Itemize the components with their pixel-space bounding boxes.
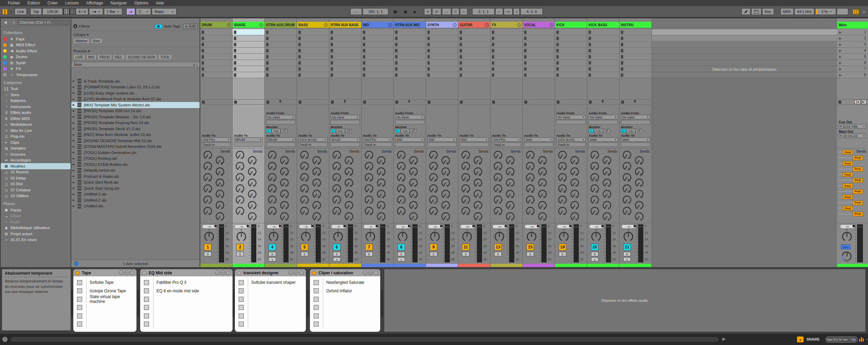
play-arrangement-icon[interactable]: ▶≡	[862, 100, 867, 104]
follow-button[interactable]: →‥	[350, 8, 362, 15]
place-31-01-en-cours[interactable]: ▱31.01 En cours	[1, 237, 71, 243]
clip-slot[interactable]	[491, 60, 522, 66]
arrangement-position-display[interactable]: 150. 1. 1	[363, 8, 388, 15]
scale-mode-icon[interactable]: ♭♯	[126, 8, 135, 15]
send-knob-a[interactable]: A	[299, 150, 310, 160]
computer-midi-keyboard-icon[interactable]	[751, 8, 761, 15]
track-menu-icon[interactable]: ≡	[259, 23, 263, 27]
audio-to-channel-chooser[interactable]: Track In	[492, 142, 521, 147]
clip-slot[interactable]	[555, 54, 587, 60]
plugin-checkbox[interactable]	[77, 288, 82, 293]
track-activator-button[interactable]: 6	[333, 244, 340, 251]
file-row[interactable]: ▶Untitled.als	[71, 203, 200, 209]
track-fx[interactable]: FX≡Audio ToINSTRU▼Track InSendsABCDEFGHI…	[491, 18, 523, 267]
category-tout[interactable]: ║║Tout	[1, 86, 71, 92]
send-knob-l[interactable]: L	[408, 211, 419, 222]
file-row[interactable]: ▶[SOUND DESIGN] Template Mai 22.als	[71, 138, 200, 144]
track-header-fx[interactable]: FX≡	[491, 22, 522, 28]
main-track-header[interactable]: Main	[837, 22, 868, 28]
monitor-auto-button[interactable]: Auto	[401, 129, 409, 133]
track-activator-button[interactable]: 13	[494, 244, 502, 251]
clip-stop-row[interactable]	[329, 99, 361, 105]
expand-icon[interactable]: ▶	[73, 80, 77, 83]
sync-icon[interactable]: ⇄	[368, 271, 373, 275]
output-meter-icon[interactable]: ▼	[859, 337, 868, 342]
send-knob-c[interactable]: C	[557, 161, 568, 171]
clip-slot[interactable]	[329, 72, 361, 78]
send-knob-j[interactable]: J	[634, 200, 644, 210]
monitor-off-button[interactable]: Off	[603, 129, 610, 133]
post-send-toggle[interactable]: Post	[853, 189, 863, 194]
send-knob-a[interactable]: A	[525, 150, 535, 160]
plugin-checkbox[interactable]	[77, 313, 82, 318]
send-knob-a[interactable]: A	[590, 150, 600, 160]
send-knob-b[interactable]: B	[312, 155, 322, 166]
clip-slot[interactable]	[523, 54, 555, 60]
clip-slot[interactable]	[265, 66, 297, 72]
expand-icon[interactable]: ▶	[73, 163, 77, 166]
track-rtrn-aux-bass[interactable]: RTRN AUX BASSAudio FromNo Input▼MonitorI…	[329, 18, 362, 267]
plugin-checkbox[interactable]	[239, 322, 244, 327]
send-knob-f[interactable]: F	[344, 178, 354, 188]
scene-play-icon[interactable]: ▶	[839, 43, 842, 46]
save-preset-icon[interactable]: ▪	[130, 271, 134, 275]
pan-knob[interactable]	[332, 231, 344, 244]
panel-title-bar[interactable]: EQ Mid side▭⇄▪	[140, 269, 233, 276]
audio-from-channel-chooser[interactable]	[589, 120, 618, 124]
hot-swap-icon[interactable]: ▭	[215, 271, 220, 275]
solo-button[interactable]: S	[204, 252, 211, 256]
expand-icon[interactable]: ▶	[73, 145, 77, 148]
send-knob-l[interactable]: L	[602, 211, 612, 222]
post-send-toggle[interactable]: Post	[843, 172, 853, 177]
clip-stop-row[interactable]	[362, 99, 393, 105]
clip-slot[interactable]	[297, 29, 329, 35]
send-knob-h[interactable]: H	[537, 189, 548, 199]
solo-button[interactable]: S	[269, 252, 276, 256]
time-signature-display[interactable]: 4 / 4	[76, 8, 88, 15]
send-knob-h[interactable]: H	[505, 189, 515, 199]
file-row[interactable]: ▶Quick Start Beat.als	[71, 179, 200, 186]
send-knob-d[interactable]: D	[376, 167, 386, 177]
send-knob-f[interactable]: F	[634, 178, 644, 188]
audio-to-chooser[interactable]: KICK BASS▼	[556, 137, 586, 142]
send-knob-g[interactable]: G	[364, 184, 374, 194]
send-knob-l[interactable]: L	[505, 211, 515, 222]
solo-button[interactable]: S	[365, 252, 373, 256]
track-menu-icon[interactable]: ≡	[485, 23, 489, 27]
file-row[interactable]: ▶[FORMATION] Template Labo CL 29-1-2.als	[71, 84, 200, 90]
device-chain-toggle-icon[interactable]: ▲	[797, 337, 804, 342]
send-knob-j[interactable]: J	[279, 200, 290, 210]
process-chip-sound-design[interactable]: SOUND DESIGN	[126, 54, 157, 60]
pan-knob[interactable]	[558, 231, 570, 244]
send-knob-i[interactable]: I	[428, 195, 439, 205]
chain-device-tape[interactable]: Tape	[826, 337, 834, 342]
send-knob-c[interactable]: C	[332, 161, 342, 171]
re-enable-automation-icon[interactable]: ←	[442, 8, 451, 15]
audio-to-channel-chooser[interactable]	[266, 142, 295, 147]
place-cloud[interactable]: ☁Cloud	[1, 213, 71, 219]
audio-from-chooser[interactable]: No Input▼	[589, 115, 618, 119]
send-knob-i[interactable]: I	[203, 195, 213, 205]
plugin-name[interactable]: Izotope Ozone Tape	[90, 289, 126, 293]
clip-slot[interactable]	[362, 35, 393, 41]
save-preset-icon[interactable]: ▪	[299, 271, 304, 275]
clip-slot[interactable]	[200, 48, 232, 54]
clip-slot[interactable]	[491, 72, 522, 78]
clip-slot[interactable]	[362, 41, 393, 48]
clip-slot[interactable]	[362, 29, 393, 35]
post-send-toggle[interactable]: Post	[853, 212, 863, 216]
category-clips[interactable]: ▸Clips	[1, 139, 71, 145]
clip-slot[interactable]	[233, 48, 264, 54]
clip-slot[interactable]	[458, 60, 490, 66]
scene-slot-5[interactable]: ▶5	[837, 54, 868, 60]
send-knob-i[interactable]: I	[557, 195, 568, 205]
clip-slot[interactable]	[458, 72, 490, 78]
send-knob-a[interactable]: A	[396, 150, 406, 160]
track-activator-button[interactable]: 8	[398, 244, 405, 251]
tap-tempo-button[interactable]: Tap	[30, 8, 42, 15]
clip-slot[interactable]	[555, 29, 587, 35]
clip-slot[interactable]	[523, 66, 555, 72]
send-knob-a[interactable]: A	[622, 150, 632, 160]
process-chip-rec[interactable]: REC	[113, 54, 125, 60]
track-header-bass[interactable]: BASS≡	[297, 22, 329, 28]
